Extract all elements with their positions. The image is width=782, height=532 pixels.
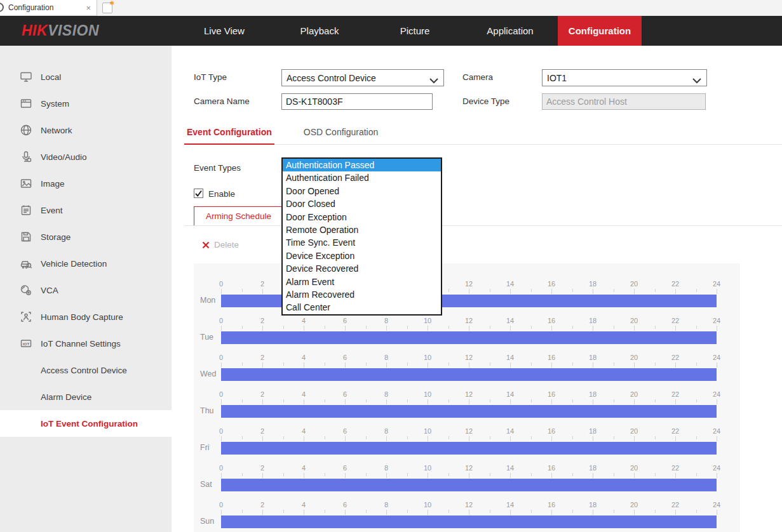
schedule-bar-sat[interactable] — [221, 479, 717, 491]
event-type-option-authentication-failed[interactable]: Authentication Failed — [283, 171, 441, 184]
event-type-option-alarm-recovered[interactable]: Alarm Recovered — [283, 288, 441, 301]
browser-tab-bar: Configuration × — [0, 0, 782, 16]
schedule-bar-tue[interactable] — [221, 331, 717, 344]
event-type-option-remote-operation[interactable]: Remote Operation — [283, 223, 441, 236]
hour-tick-label: 10 — [424, 427, 431, 435]
sidebar-item-label: Alarm Device — [41, 392, 91, 402]
sidebar-item-iot-event-configuration[interactable]: IoT Event Configuration — [0, 410, 172, 437]
event-type-option-alarm-event[interactable]: Alarm Event — [283, 276, 441, 288]
sidebar-item-human-body-capture[interactable]: Human Body Capture — [0, 303, 172, 330]
favicon-icon — [0, 3, 4, 12]
hour-tick-label: 4 — [302, 354, 306, 361]
hour-tick-label: 8 — [384, 427, 388, 435]
event-type-option-device-exception[interactable]: Device Exception — [283, 249, 441, 262]
logo-hik: HIK — [22, 22, 48, 39]
sidebar-item-storage[interactable]: Storage — [0, 223, 172, 250]
hour-tick-label: 0 — [219, 390, 223, 398]
sidebar-item-access-control-device[interactable]: Access Control Device — [0, 357, 172, 383]
delete-button[interactable]: Delete — [202, 240, 239, 249]
camera-name-label: Camera Name — [194, 96, 250, 106]
svg-text:IOT: IOT — [23, 342, 30, 346]
event-type-option-time-sync-event[interactable]: Time Sync. Event — [283, 236, 441, 249]
hour-tick-label: 18 — [589, 354, 597, 361]
hour-tick-label: 22 — [671, 390, 679, 398]
enable-checkbox[interactable] — [194, 189, 203, 198]
event-type-option-device-recovered[interactable]: Device Recovered — [283, 262, 441, 275]
sidebar-item-image[interactable]: Image — [0, 170, 172, 197]
iot-type-select[interactable]: Access Control Device — [281, 69, 444, 86]
sidebar-item-label: Local — [41, 72, 61, 82]
nav-picture[interactable]: Picture — [367, 16, 462, 46]
nav-configuration[interactable]: Configuration — [558, 16, 642, 46]
hour-tick-label: 22 — [671, 354, 679, 361]
hour-tick-label: 22 — [671, 464, 679, 472]
sidebar-item-label: Access Control Device — [41, 366, 127, 375]
schedule-bar-sun[interactable] — [221, 515, 717, 528]
hour-tick-marks — [221, 326, 717, 331]
arming-schedule-tab[interactable]: Arming Schedule — [194, 206, 283, 226]
tab-osd-configuration[interactable]: OSD Configuration — [301, 126, 381, 144]
event-type-option-door-opened[interactable]: Door Opened — [283, 185, 441, 197]
hour-tick-label: 24 — [713, 501, 720, 509]
tab-event-configuration[interactable]: Event Configuration — [184, 126, 274, 145]
hour-tick-label: 18 — [589, 317, 597, 324]
sidebar-item-vca[interactable]: VCA — [0, 277, 172, 303]
hour-tick-label: 10 — [424, 317, 431, 324]
nav-live-view[interactable]: Live View — [177, 16, 272, 46]
sidebar-item-iot-channel-settings[interactable]: IOTIoT Channel Settings — [0, 330, 172, 357]
sidebar-item-vehicle-detection[interactable]: Vehicle Detection — [0, 250, 172, 277]
schedule-row-sun: Sun024681012141618202224 — [194, 501, 740, 532]
camera-name-input[interactable] — [281, 93, 433, 110]
close-tab-icon[interactable]: × — [86, 4, 91, 12]
hour-tick-label: 14 — [506, 354, 514, 361]
hour-tick-label: 14 — [506, 501, 514, 509]
logo-vision: VISION — [48, 22, 99, 39]
event-type-option-authentication-passed[interactable]: Authentication Passed — [283, 159, 441, 171]
sidebar-item-network[interactable]: Network — [0, 117, 172, 143]
hour-scale: 024681012141618202224 — [221, 354, 717, 362]
hour-tick-label: 16 — [548, 501, 555, 509]
day-label-thu: Thu — [200, 404, 214, 417]
event-types-label: Event Types — [194, 163, 241, 173]
hour-tick-label: 18 — [589, 427, 597, 435]
hour-tick-label: 22 — [671, 501, 679, 509]
schedule-bar-wed[interactable] — [221, 368, 717, 381]
sidebar-item-local[interactable]: Local — [0, 63, 172, 90]
camera-select[interactable]: IOT1 — [542, 69, 707, 86]
enable-label: Enable — [208, 189, 235, 199]
nav-playback[interactable]: Playback — [272, 16, 367, 46]
hour-tick-label: 16 — [548, 390, 555, 398]
browser-tab-title: Configuration — [8, 3, 86, 12]
sidebar-item-event[interactable]: Event — [0, 197, 172, 223]
sidebar-item-label: Network — [41, 126, 72, 135]
schedule-bar-thu[interactable] — [221, 405, 717, 418]
day-label-mon: Mon — [200, 294, 215, 307]
hour-tick-label: 16 — [548, 280, 555, 288]
hour-tick-label: 18 — [589, 501, 597, 509]
hour-tick-label: 0 — [219, 464, 223, 472]
hour-tick-label: 2 — [260, 501, 264, 509]
hour-tick-marks — [221, 510, 717, 515]
hour-tick-label: 12 — [465, 501, 473, 509]
browser-tab[interactable]: Configuration × — [0, 0, 97, 16]
event-type-option-door-exception[interactable]: Door Exception — [283, 211, 441, 223]
new-tab-button[interactable] — [102, 3, 112, 13]
nav-application[interactable]: Application — [462, 16, 558, 46]
sidebar-item-alarm-device[interactable]: Alarm Device — [0, 383, 172, 410]
hour-tick-label: 24 — [713, 427, 720, 435]
hour-tick-label: 20 — [630, 464, 638, 472]
sidebar-item-system[interactable]: System — [0, 90, 172, 117]
config-tabs: Event ConfigurationOSD Configuration — [184, 126, 782, 145]
event-type-option-call-center[interactable]: Call Center — [283, 301, 441, 314]
hour-tick-label: 12 — [465, 280, 473, 288]
hour-tick-label: 20 — [630, 317, 638, 324]
hour-tick-label: 2 — [260, 280, 264, 288]
hour-tick-marks — [221, 436, 717, 441]
event-type-option-door-closed[interactable]: Door Closed — [283, 197, 441, 210]
schedule-bar-fri[interactable] — [221, 442, 717, 455]
hour-tick-label: 8 — [384, 354, 388, 361]
device-type-label: Device Type — [462, 96, 509, 106]
sidebar-item-video-audio[interactable]: Video/Audio — [0, 143, 172, 170]
hour-tick-label: 16 — [548, 427, 555, 435]
vehicle-search-icon — [20, 257, 32, 270]
